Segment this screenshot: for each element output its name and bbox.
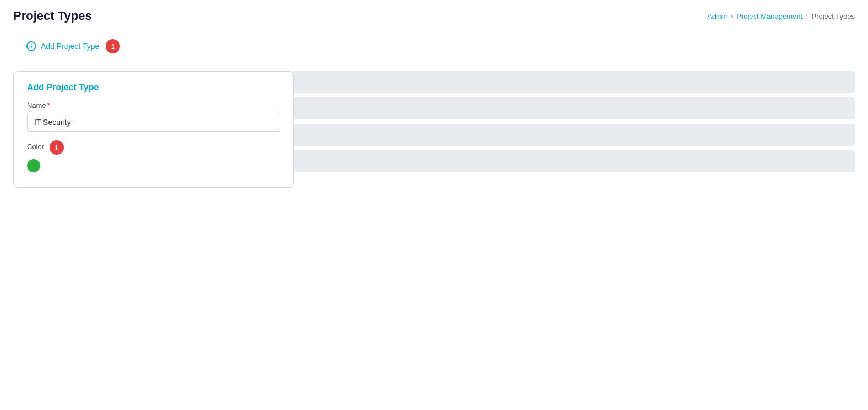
breadcrumb-sep-1: › bbox=[731, 12, 733, 20]
add-project-type-form: Add Project Type Name* Color 1 bbox=[13, 71, 294, 188]
step-badge-color: 1 bbox=[50, 140, 64, 155]
page-header: Project Types Admin › Project Management… bbox=[0, 0, 868, 30]
color-label: Color 1 bbox=[27, 140, 280, 155]
bg-row-1 bbox=[292, 71, 855, 93]
plus-icon: + bbox=[26, 41, 36, 51]
breadcrumb-sep-2: › bbox=[806, 12, 808, 20]
bg-row-3 bbox=[292, 124, 855, 146]
bg-row-2 bbox=[292, 97, 855, 119]
name-label: Name* bbox=[27, 101, 280, 110]
breadcrumb-current: Project Types bbox=[811, 12, 855, 20]
toolbar: + Add Project Type 1 bbox=[0, 30, 868, 62]
page-title: Project Types bbox=[13, 9, 92, 23]
add-button-label: Add Project Type bbox=[41, 42, 99, 51]
main-content: Add Project Type Name* Color 1 2 bbox=[0, 62, 868, 196]
color-swatch[interactable] bbox=[27, 159, 40, 172]
name-input[interactable] bbox=[27, 113, 280, 132]
breadcrumb-project-management[interactable]: Project Management bbox=[736, 12, 803, 20]
form-title: Add Project Type bbox=[27, 83, 280, 92]
breadcrumb: Admin › Project Management › Project Typ… bbox=[707, 12, 855, 20]
breadcrumb-admin[interactable]: Admin bbox=[707, 12, 728, 20]
step-badge-1: 1 bbox=[106, 39, 120, 53]
background-rows bbox=[292, 71, 855, 172]
add-project-type-button[interactable]: + Add Project Type 1 bbox=[13, 35, 133, 58]
bg-row-4 bbox=[292, 150, 855, 172]
